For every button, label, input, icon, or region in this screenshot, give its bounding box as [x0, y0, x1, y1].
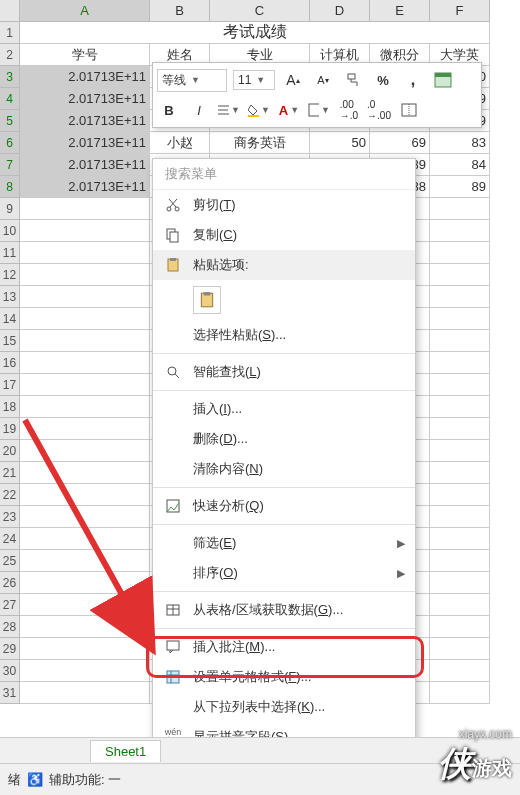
- row-header[interactable]: 28: [0, 616, 20, 638]
- empty-cell[interactable]: [430, 374, 490, 396]
- select-all-corner[interactable]: [0, 0, 20, 22]
- empty-cell[interactable]: [430, 484, 490, 506]
- row-header[interactable]: 13: [0, 286, 20, 308]
- data-cell[interactable]: 2.01713E+11: [20, 154, 150, 176]
- italic-button[interactable]: I: [187, 98, 211, 122]
- menu-item-paste-opt[interactable]: [153, 280, 415, 320]
- menu-item-smart[interactable]: 智能查找(L): [153, 357, 415, 387]
- title-cell[interactable]: 考试成绩: [20, 22, 490, 44]
- row-header[interactable]: 14: [0, 308, 20, 330]
- font-color-button[interactable]: A▼: [277, 98, 301, 122]
- empty-cell[interactable]: [430, 352, 490, 374]
- empty-cell[interactable]: [20, 572, 150, 594]
- menu-item-table[interactable]: 从表格/区域获取数据(G)...: [153, 595, 415, 625]
- empty-cell[interactable]: [20, 660, 150, 682]
- row-header[interactable]: 5: [0, 110, 20, 132]
- empty-cell[interactable]: [430, 594, 490, 616]
- empty-cell[interactable]: [20, 550, 150, 572]
- empty-cell[interactable]: [430, 462, 490, 484]
- empty-cell[interactable]: [430, 550, 490, 572]
- menu-item-i15[interactable]: 从下拉列表中选择(K)...: [153, 692, 415, 722]
- data-cell[interactable]: 小赵: [150, 132, 210, 154]
- menu-item-quick[interactable]: 快速分析(Q): [153, 491, 415, 521]
- menu-item-i11[interactable]: 排序(O)▶: [153, 558, 415, 588]
- empty-cell[interactable]: [20, 616, 150, 638]
- row-header[interactable]: 9: [0, 198, 20, 220]
- empty-cell[interactable]: [20, 286, 150, 308]
- empty-cell[interactable]: [430, 308, 490, 330]
- row-header[interactable]: 31: [0, 682, 20, 704]
- col-header-D[interactable]: D: [310, 0, 370, 22]
- row-header[interactable]: 12: [0, 264, 20, 286]
- empty-cell[interactable]: [430, 506, 490, 528]
- empty-cell[interactable]: [430, 660, 490, 682]
- empty-cell[interactable]: [430, 682, 490, 704]
- data-cell[interactable]: 69: [370, 132, 430, 154]
- row-header[interactable]: 3: [0, 66, 20, 88]
- empty-cell[interactable]: [430, 616, 490, 638]
- row-header[interactable]: 15: [0, 330, 20, 352]
- row-header[interactable]: 7: [0, 154, 20, 176]
- merge-button[interactable]: [397, 98, 421, 122]
- empty-cell[interactable]: [20, 396, 150, 418]
- empty-cell[interactable]: [430, 264, 490, 286]
- col-header-E[interactable]: E: [370, 0, 430, 22]
- menu-item-comment[interactable]: 插入批注(M)...: [153, 632, 415, 662]
- empty-cell[interactable]: [430, 440, 490, 462]
- menu-item-i4[interactable]: 选择性粘贴(S)...: [153, 320, 415, 350]
- empty-cell[interactable]: [20, 220, 150, 242]
- row-header[interactable]: 26: [0, 572, 20, 594]
- empty-cell[interactable]: [20, 308, 150, 330]
- fill-color-button[interactable]: ▼: [247, 98, 271, 122]
- empty-cell[interactable]: [20, 198, 150, 220]
- row-header[interactable]: 17: [0, 374, 20, 396]
- empty-cell[interactable]: [20, 506, 150, 528]
- row-header[interactable]: 19: [0, 418, 20, 440]
- font-name-select[interactable]: 等线▼: [157, 69, 227, 92]
- empty-cell[interactable]: [20, 462, 150, 484]
- empty-cell[interactable]: [430, 638, 490, 660]
- data-cell[interactable]: 2.01713E+11: [20, 132, 150, 154]
- row-header[interactable]: 25: [0, 550, 20, 572]
- data-cell[interactable]: 2.01713E+11: [20, 66, 150, 88]
- row-header[interactable]: 30: [0, 660, 20, 682]
- row-header[interactable]: 8: [0, 176, 20, 198]
- row-header[interactable]: 20: [0, 440, 20, 462]
- data-cell[interactable]: 2.01713E+11: [20, 110, 150, 132]
- menu-item-cut[interactable]: 剪切(T): [153, 190, 415, 220]
- row-header[interactable]: 16: [0, 352, 20, 374]
- col-header-F[interactable]: F: [430, 0, 490, 22]
- menu-item-copy[interactable]: 复制(C): [153, 220, 415, 250]
- cond-format-button[interactable]: [431, 68, 455, 92]
- col-header-B[interactable]: B: [150, 0, 210, 22]
- decimal-dec-button[interactable]: .0→.00: [367, 98, 391, 122]
- empty-cell[interactable]: [20, 440, 150, 462]
- decrease-font-button[interactable]: A▾: [311, 68, 335, 92]
- empty-cell[interactable]: [20, 242, 150, 264]
- empty-cell[interactable]: [430, 572, 490, 594]
- row-header[interactable]: 18: [0, 396, 20, 418]
- format-painter-button[interactable]: [341, 68, 365, 92]
- row-header[interactable]: 21: [0, 462, 20, 484]
- row-header[interactable]: 11: [0, 242, 20, 264]
- sheet-tab[interactable]: Sheet1: [90, 740, 161, 762]
- data-cell[interactable]: 50: [310, 132, 370, 154]
- empty-cell[interactable]: [20, 330, 150, 352]
- empty-cell[interactable]: [20, 594, 150, 616]
- increase-font-button[interactable]: A▴: [281, 68, 305, 92]
- empty-cell[interactable]: [430, 330, 490, 352]
- empty-cell[interactable]: [430, 198, 490, 220]
- empty-cell[interactable]: [430, 528, 490, 550]
- header-cell[interactable]: 学号: [20, 44, 150, 66]
- empty-cell[interactable]: [20, 682, 150, 704]
- empty-cell[interactable]: [430, 286, 490, 308]
- row-header[interactable]: 29: [0, 638, 20, 660]
- menu-item-format[interactable]: 设置单元格格式(F)...: [153, 662, 415, 692]
- data-cell[interactable]: 2.01713E+11: [20, 176, 150, 198]
- row-header[interactable]: 27: [0, 594, 20, 616]
- align-button[interactable]: ▼: [217, 98, 241, 122]
- empty-cell[interactable]: [430, 418, 490, 440]
- data-cell[interactable]: 84: [430, 154, 490, 176]
- col-header-C[interactable]: C: [210, 0, 310, 22]
- menu-item-i10[interactable]: 筛选(E)▶: [153, 528, 415, 558]
